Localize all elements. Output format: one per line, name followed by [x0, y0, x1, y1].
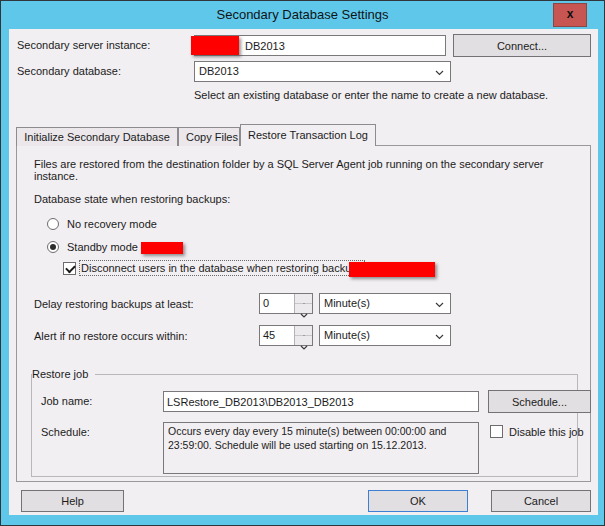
- redaction-disconnect: [349, 262, 435, 277]
- help-button[interactable]: Help: [21, 490, 124, 512]
- delay-unit-value: Minute(s): [324, 297, 370, 309]
- check-icon: [65, 263, 76, 274]
- job-name-label: Job name:: [41, 395, 92, 407]
- alert-no-restore-label: Alert if no restore occurs within:: [34, 330, 187, 342]
- disconnect-users-checkbox[interactable]: [63, 262, 76, 275]
- radio-dot: [50, 244, 56, 250]
- spinner-up-icon[interactable]: [295, 326, 312, 336]
- spinner-down-icon[interactable]: [295, 336, 312, 345]
- spinner-down-icon[interactable]: [295, 304, 312, 313]
- database-state-label: Database state when restoring backups:: [34, 193, 230, 205]
- no-recovery-mode-label[interactable]: No recovery mode: [67, 218, 157, 230]
- delay-spinner[interactable]: 0: [259, 293, 313, 314]
- disconnect-users-label[interactable]: Disconnect users in the database when re…: [81, 262, 363, 274]
- cancel-button[interactable]: Cancel: [491, 490, 591, 512]
- server-instance-label: Secondary server instance:: [17, 39, 150, 51]
- secondary-database-combobox[interactable]: DB2013: [194, 61, 451, 82]
- schedule-description-box: Occurs every day every 15 minute(s) betw…: [163, 422, 479, 474]
- redaction-server-name: [191, 36, 239, 55]
- database-hint-text: Select an existing database or enter the…: [194, 89, 548, 101]
- disable-job-label[interactable]: Disable this job: [509, 426, 584, 438]
- tab-initialize-secondary-database[interactable]: Initialize Secondary Database: [16, 127, 178, 146]
- job-name-input[interactable]: [163, 391, 479, 412]
- connect-button[interactable]: Connect...: [453, 34, 591, 57]
- no-recovery-mode-radio[interactable]: [47, 218, 59, 230]
- disable-job-checkbox[interactable]: [490, 425, 503, 438]
- restore-job-group-label: Restore job: [32, 368, 95, 380]
- alert-value: 45: [263, 329, 275, 341]
- close-icon[interactable]: x: [553, 3, 587, 27]
- tab-copy-files[interactable]: Copy Files: [178, 127, 240, 146]
- standby-mode-radio[interactable]: [47, 241, 59, 253]
- titlebar[interactable]: Secondary Database Settings x: [1, 1, 604, 29]
- restore-description: Files are restored from the destination …: [34, 158, 579, 182]
- alert-unit-combobox[interactable]: Minute(s): [319, 325, 451, 346]
- dialog-title: Secondary Database Settings: [1, 1, 604, 29]
- schedule-button[interactable]: Schedule...: [488, 390, 591, 413]
- standby-mode-label[interactable]: Standby mode: [67, 241, 138, 253]
- alert-spinner[interactable]: 45: [259, 325, 313, 346]
- delay-value: 0: [263, 297, 269, 309]
- tab-restore-transaction-log[interactable]: Restore Transaction Log: [240, 124, 376, 146]
- spinner-up-icon[interactable]: [295, 294, 312, 304]
- spinner-buttons: [294, 294, 312, 313]
- delay-unit-combobox[interactable]: Minute(s): [319, 293, 451, 314]
- spinner-buttons: [294, 326, 312, 345]
- secondary-database-settings-dialog: Secondary Database Settings x Secondary …: [0, 0, 605, 526]
- chevron-down-icon: [435, 302, 444, 308]
- secondary-database-value: DB2013: [199, 65, 239, 77]
- chevron-down-icon: [435, 70, 444, 76]
- ok-button[interactable]: OK: [368, 490, 468, 512]
- alert-unit-value: Minute(s): [324, 329, 370, 341]
- redaction-standby: [141, 242, 183, 254]
- schedule-label: Schedule:: [41, 426, 90, 438]
- chevron-down-icon: [435, 334, 444, 340]
- dialog-body: Secondary server instance: Connect... Se…: [9, 29, 598, 515]
- secondary-database-label: Secondary database:: [17, 65, 121, 77]
- delay-restore-label: Delay restoring backups at least:: [34, 298, 194, 310]
